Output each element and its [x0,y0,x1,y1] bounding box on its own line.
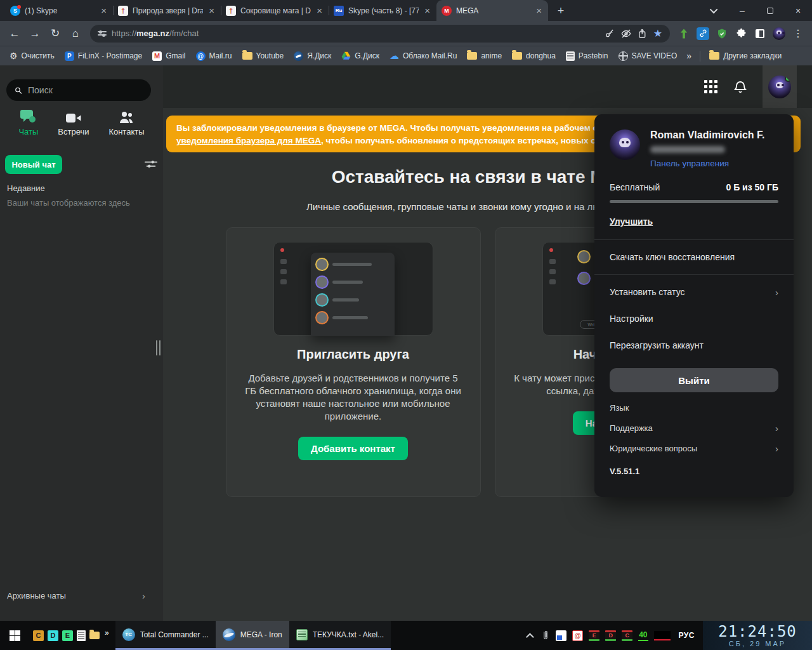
share-icon[interactable] [637,28,648,39]
bookmark-clear[interactable]: ⚙Очистить [5,49,59,63]
account-avatar-button[interactable] [763,65,797,108]
menu-item-recovery-key[interactable]: Скачать ключ восстановления [610,252,778,262]
puzzle-extensions-icon[interactable] [735,27,747,40]
tray-drive-e-icon[interactable]: E [589,630,599,641]
bookmark-star-icon[interactable]: ★ [653,27,662,39]
tray-counter-badge[interactable]: 40 [638,630,648,641]
clipboard-paperclip-icon[interactable] [541,629,550,642]
apps-grid-icon[interactable] [697,72,726,102]
taskbar-app-total-commander[interactable]: TC Total Commander ... [115,621,216,650]
other-bookmarks[interactable]: Другие закладки [705,50,786,62]
tab-close-icon[interactable]: × [207,5,216,16]
uploader-extension-icon[interactable] [678,27,690,40]
menu-item-legal[interactable]: Юридические вопросы› [610,444,778,453]
enable-notifications-link[interactable]: уведомления браузера для MEGA [176,136,321,145]
menu-item-language[interactable]: Язык [610,403,778,413]
quicklaunch-folder-icon[interactable] [89,632,100,639]
bookmark-savevideo[interactable]: SAVE VIDEO [614,50,682,63]
eye-off-icon[interactable] [620,28,632,39]
taskbar-clock[interactable]: 21:24:50 СБ, 29 МАР [703,621,812,650]
logout-button[interactable]: Выйти [610,368,778,392]
browser-profile-avatar[interactable] [773,27,785,40]
search-input[interactable] [28,85,143,95]
tray-expand-chevron-icon[interactable] [526,633,534,641]
bookmark-youtube-folder[interactable]: Youtube [238,50,289,62]
menu-item-set-status[interactable]: Установить статус› [610,287,778,297]
dashboard-link[interactable]: Панель управления [650,159,764,168]
home-icon[interactable]: ⌂ [66,24,85,43]
account-email-blurred [650,146,725,153]
restore-button[interactable] [756,0,784,21]
tab-close-icon[interactable]: × [100,5,108,16]
tab-meetings[interactable]: Встречи [58,109,89,136]
bookmark-postimage[interactable]: PFiLinX - Postimage [60,50,147,63]
tab-skype-forum[interactable]: Ru Skype (часть 8) - [77] :: П × [329,0,436,21]
adguard-shield-icon[interactable] [716,27,728,40]
clock-time: 21:24:50 [718,624,797,639]
tab-close-icon[interactable]: × [315,5,324,16]
notifications-bell-icon[interactable] [726,72,755,102]
tab-skype[interactable]: S (1) Skype × [5,0,113,21]
address-bar[interactable]: https://mega.nz/fm/chat ★ [90,25,670,43]
taskbar-app-mega-iron[interactable]: MEGA - Iron [216,621,289,650]
tab-dragon-1[interactable]: † Природа зверя | Dragon × [113,0,221,21]
tab-close-icon[interactable]: × [423,5,431,16]
back-icon[interactable]: ← [5,24,24,43]
start-button[interactable] [0,621,29,650]
tray-image-app-icon[interactable] [556,630,566,641]
bookmark-gmail[interactable]: MGmail [148,50,190,63]
bookmark-mailru[interactable]: @Mail.ru [192,50,237,63]
tab-close-icon[interactable]: × [535,5,543,16]
search-box[interactable] [6,79,151,101]
google-drive-icon [341,51,351,60]
minimize-button[interactable]: – [728,0,756,21]
link-extension-icon[interactable] [697,27,709,40]
quicklaunch-drive-d-icon[interactable]: D [48,630,58,641]
tab-dragon-2[interactable]: † Сокровище мага | Drago × [221,0,329,21]
menu-item-reload-account[interactable]: Перезагрузить аккаунт [610,340,778,350]
mega-favicon: M [442,6,452,16]
browser-toolbar: ← → ↻ ⌂ https://mega.nz/fm/chat ★ ⋮ [0,21,812,46]
reload-icon[interactable]: ↻ [46,24,65,43]
passwords-key-icon[interactable] [604,28,615,39]
windows-taskbar: C D E » TC Total Commander ... MEGA - Ir… [0,621,812,650]
bookmark-gdrive[interactable]: G.Диск [337,50,384,62]
tab-title: Skype (часть 8) - [77] :: П [348,6,419,15]
tray-drive-d-icon[interactable]: D [605,630,616,641]
add-contact-button[interactable]: Добавить контакт [298,437,408,460]
close-window-button[interactable]: × [784,0,812,21]
tab-contacts[interactable]: Контакты [108,109,144,136]
quicklaunch-document-icon[interactable] [77,630,86,641]
tab-mega-active[interactable]: M MEGA × [436,0,548,21]
upgrade-link[interactable]: Улучшить [610,216,653,227]
sidebar-extension-icon[interactable] [754,27,766,40]
bookmark-yadisk[interactable]: Я.Диск [289,50,336,63]
tab-chats[interactable]: Чаты [18,109,38,136]
menu-item-support[interactable]: Поддержка› [610,423,778,433]
forward-icon[interactable]: → [25,24,44,43]
archived-chats[interactable]: Архивные чаты › [7,591,145,600]
filter-icon[interactable] [144,159,158,169]
url-text[interactable]: https://mega.nz/fm/chat [112,29,599,38]
quicklaunch-overflow-icon[interactable]: » [103,628,112,642]
tray-drive-c-icon[interactable]: C [622,630,632,641]
yandex-disk-icon [294,51,303,61]
quicklaunch-drive-c-icon[interactable]: C [33,630,44,641]
tab-search-chevron-icon[interactable] [700,0,728,21]
bookmark-pastebin[interactable]: Pastebin [561,50,613,63]
keyboard-language-indicator[interactable]: РУС [676,631,697,640]
menu-item-settings[interactable]: Настройки [610,314,778,324]
site-info-icon[interactable] [98,31,107,36]
bookmark-donghua-folder[interactable]: donghua [508,50,560,62]
new-tab-button[interactable]: + [552,2,570,20]
taskbar-app-akelpad[interactable]: ТЕКУЧКА.txt - Akel... [289,621,391,650]
bookmarks-overflow-icon[interactable]: » [683,51,695,61]
tray-mail-agent-icon[interactable]: @ [572,630,583,641]
tray-black-indicator[interactable] [654,631,671,640]
new-chat-button[interactable]: Новый чат [5,155,62,174]
quicklaunch-drive-e-icon[interactable]: E [62,630,73,641]
bookmark-anime-folder[interactable]: anime [462,50,506,62]
sidebar-resize-handle[interactable] [156,340,162,355]
bookmark-mailru-cloud[interactable]: ☁Облако Mail.Ru [385,48,461,63]
browser-menu-icon[interactable]: ⋮ [792,27,804,39]
